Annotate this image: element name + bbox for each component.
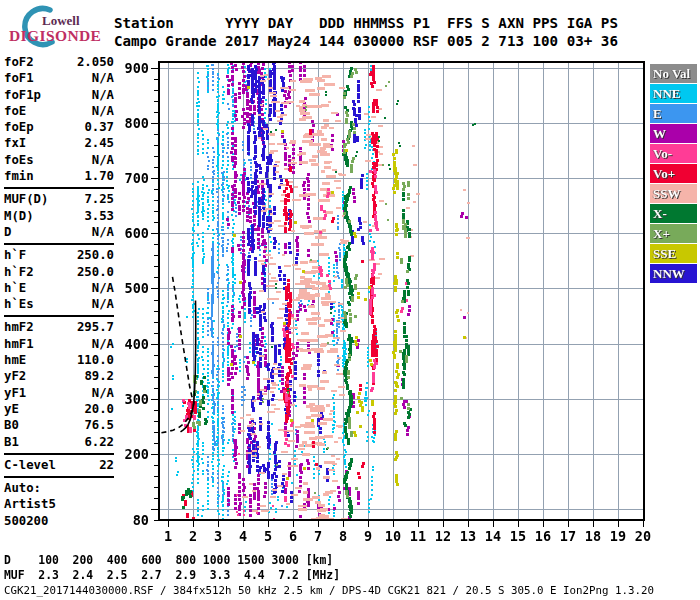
legend-item-x: X-	[650, 204, 697, 223]
legend-item-vo: Vo+	[650, 164, 697, 183]
legend-item-ssw: SSW	[650, 184, 697, 203]
ionogram-plot	[0, 0, 700, 600]
legend-item-x: X+	[650, 224, 697, 243]
muf-row: MUF 2.3 2.4 2.5 2.7 2.9 3.3 4.4 7.2 [MHz…	[4, 568, 340, 582]
distance-row: D 100 200 400 600 800 1000 1500 3000 [km…	[4, 553, 333, 567]
file-info-row: CGK21_2017144030000.RSF / 384fx512h 50 k…	[4, 584, 654, 597]
legend-item-nnw: NNW	[650, 264, 697, 283]
direction-legend: No ValNNEEWVo-Vo+SSWX-X+SSENNW	[650, 64, 697, 284]
legend-item-nne: NNE	[650, 84, 697, 103]
legend-item-e: E	[650, 104, 697, 123]
legend-item-vo: Vo-	[650, 144, 697, 163]
digisonde-ionogram-screen: Lowell DIGISONDE Station YYYY DAY DDD HH…	[0, 0, 700, 600]
legend-item-sse: SSE	[650, 244, 697, 263]
legend-item-w: W	[650, 124, 697, 143]
legend-item-noval: No Val	[650, 64, 697, 83]
